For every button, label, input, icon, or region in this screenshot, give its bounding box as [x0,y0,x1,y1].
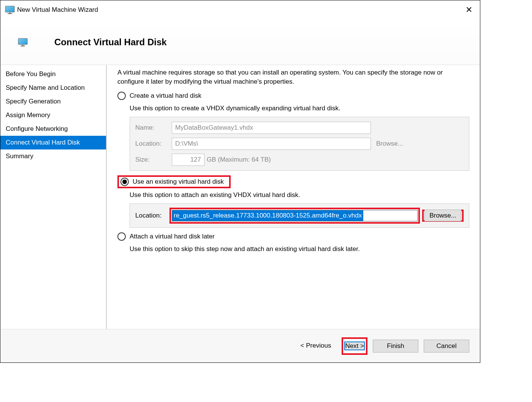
sidebar-item-assign-memory[interactable]: Assign Memory [0,108,106,122]
option-existing-vhd: Use an existing virtual hard disk Use th… [117,175,469,228]
wizard-footer: < Previous Next > Finish Cancel [0,329,480,362]
sidebar-item-before-you-begin[interactable]: Before You Begin [0,67,106,81]
svg-rect-3 [18,38,27,44]
sidebar-item-configure-networking[interactable]: Configure Networking [0,122,106,136]
wizard-sidebar: Before You Begin Specify Name and Locati… [0,65,107,329]
browse-disabled: Browse... [376,140,403,148]
svg-rect-2 [8,13,12,14]
name-label: Name: [135,124,172,132]
previous-button[interactable]: < Previous [295,340,337,353]
option-create-desc: Use this option to create a VHDX dynamic… [130,105,469,112]
radio-existing-vhd[interactable]: Use an existing virtual hard disk [120,178,224,186]
close-icon[interactable]: ✕ [462,3,475,16]
sidebar-item-connect-vhd[interactable]: Connect Virtual Hard Disk [0,136,106,149]
page-title: Connect Virtual Hard Disk [54,37,167,48]
name-field: MyDataBoxGateway1.vhdx [172,122,371,134]
svg-rect-0 [5,6,14,12]
svg-rect-4 [22,44,24,46]
size-unit: GB (Maximum: 64 TB) [207,156,271,164]
monitor-icon [5,6,15,14]
existing-location-value: re_guest.rs5_release.17733.1000.180803-1… [172,210,363,221]
option-later-title: Attach a virtual hard disk later [130,233,215,240]
svg-rect-1 [9,12,11,13]
finish-button[interactable]: Finish [373,340,418,353]
monitor-icon [18,38,28,46]
window-title: New Virtual Machine Wizard [17,6,462,14]
size-label: Size: [135,156,172,164]
title-bar: New Virtual Machine Wizard ✕ [0,0,480,19]
option-create-title: Create a virtual hard disk [130,92,201,100]
option-existing-desc: Use this option to attach an existing VH… [130,191,469,199]
existing-vhd-group: Location: re_guest.rs5_release.17733.100… [130,203,469,228]
sidebar-item-summary[interactable]: Summary [0,149,106,163]
option-create-vhd: Create a virtual hard disk Use this opti… [117,92,469,171]
sidebar-item-specify-name[interactable]: Specify Name and Location [0,81,106,95]
existing-location-label: Location: [135,212,169,219]
option-attach-later: Attach a virtual hard disk later Use thi… [117,232,469,253]
radio-icon [117,232,126,241]
sidebar-item-specify-generation[interactable]: Specify Generation [0,95,106,108]
size-field: 127 [172,154,204,166]
next-button[interactable]: Next > [344,342,365,350]
radio-attach-later[interactable]: Attach a virtual hard disk later [117,232,215,241]
wizard-header: Connect Virtual Hard Disk [0,19,480,65]
svg-rect-5 [21,46,25,46]
option-later-desc: Use this option to skip this step now an… [130,245,469,253]
existing-location-field[interactable]: re_guest.rs5_release.17733.1000.180803-1… [172,210,418,221]
option-existing-title: Use an existing virtual hard disk [133,178,224,186]
create-vhd-group: Name: MyDataBoxGateway1.vhdx Location: D… [130,117,469,171]
cancel-button[interactable]: Cancel [424,340,469,353]
intro-text: A virtual machine requires storage so th… [117,68,469,86]
browse-button[interactable]: Browse... [424,210,461,221]
radio-icon [120,178,129,186]
radio-icon [117,92,126,100]
location-field: D:\VMs\ [172,138,371,150]
location-label: Location: [135,140,172,148]
wizard-content: A virtual machine requires storage so th… [107,65,480,329]
radio-create-vhd[interactable]: Create a virtual hard disk [117,92,201,100]
